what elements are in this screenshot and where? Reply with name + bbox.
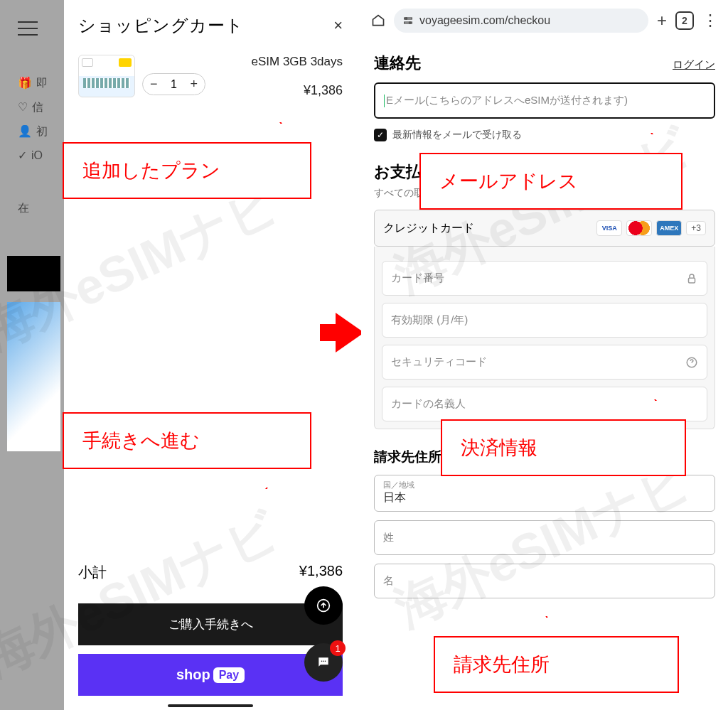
cart-screen: 🎁 即 ♡ 信 👤 初 ✓ iO 在 ショッピングカート × − 1 + xyxy=(0,0,357,710)
expiry-field[interactable]: 有効期限 (月/年) xyxy=(382,303,707,338)
checkout-button[interactable]: ご購入手続きへ xyxy=(78,603,343,645)
mastercard-icon xyxy=(626,220,652,236)
background-banner xyxy=(7,256,60,291)
chat-badge: 1 xyxy=(330,640,346,656)
credit-card-label: クレジットカード xyxy=(383,221,474,236)
lock-icon xyxy=(685,272,698,285)
callout-payment: 決済情報 xyxy=(441,419,686,476)
amex-icon: AMEX xyxy=(656,220,682,236)
firstname-field[interactable]: 名 xyxy=(374,564,715,598)
background-overlay: 🎁 即 ♡ 信 👤 初 ✓ iO 在 xyxy=(0,0,64,710)
qty-plus-button[interactable]: + xyxy=(191,77,198,92)
scroll-top-button[interactable] xyxy=(304,586,343,625)
subtotal-label: 小計 xyxy=(78,563,107,582)
callout-proceed: 手続きへ進む xyxy=(63,412,311,469)
country-value: 日本 xyxy=(383,490,706,505)
country-select[interactable]: 国／地域 日本 xyxy=(374,475,715,512)
background-image xyxy=(7,302,60,451)
more-menu-icon[interactable]: ⋮ xyxy=(702,11,718,30)
expiry-placeholder: 有効期限 (月/年) xyxy=(391,313,468,326)
firstname-placeholder: 名 xyxy=(383,574,394,586)
callout-plan: 追加したプラン xyxy=(63,142,311,199)
chat-button[interactable]: 1 xyxy=(304,643,343,682)
payment-method-credit-card[interactable]: クレジットカード VISA AMEX +3 xyxy=(374,210,715,247)
subtotal-value: ¥1,386 xyxy=(299,563,343,582)
shoppay-text: shop xyxy=(176,667,210,683)
arrow-up-icon xyxy=(316,598,331,613)
lastname-placeholder: 姓 xyxy=(383,531,394,543)
cvv-field[interactable]: セキュリティコード xyxy=(382,345,707,380)
quantity-stepper[interactable]: − 1 + xyxy=(142,73,205,95)
cart-title: ショッピングカート xyxy=(78,14,244,37)
help-icon xyxy=(685,356,698,369)
tabs-button[interactable]: 2 xyxy=(675,11,694,30)
svg-point-3 xyxy=(325,661,326,662)
svg-point-7 xyxy=(409,22,411,24)
login-link[interactable]: ログイン xyxy=(673,58,715,72)
item-price: ¥1,386 xyxy=(251,83,343,98)
item-name: eSIM 3GB 3days xyxy=(251,55,343,69)
cart-item: − 1 + eSIM 3GB 3days ¥1,386 xyxy=(64,48,357,105)
consent-label: 最新情報をメールで受け取る xyxy=(392,129,522,141)
hamburger-icon[interactable] xyxy=(18,21,38,36)
svg-point-2 xyxy=(323,661,324,662)
consent-checkbox[interactable]: ✓ xyxy=(374,129,387,141)
callout-email: メールアドレス xyxy=(419,153,682,210)
new-tab-button[interactable]: + xyxy=(657,11,667,31)
card-number-placeholder: カード番号 xyxy=(391,271,444,284)
svg-point-6 xyxy=(405,18,407,20)
site-settings-icon xyxy=(402,15,414,26)
close-icon[interactable]: × xyxy=(333,16,343,35)
qty-minus-button[interactable]: − xyxy=(150,77,158,92)
url-text: voyageesim.com/checkou xyxy=(419,14,550,27)
shop-pay-button[interactable]: shop Pay xyxy=(78,654,343,696)
email-field[interactable]: Eメール(こちらのアドレスへeSIMが送付されます) xyxy=(374,82,715,119)
qty-value: 1 xyxy=(169,78,179,91)
svg-point-1 xyxy=(321,661,323,662)
lastname-field[interactable]: 姓 xyxy=(374,520,715,555)
url-bar[interactable]: voyageesim.com/checkou xyxy=(394,9,648,33)
visa-icon: VISA xyxy=(596,220,622,236)
background-list: 🎁 即 ♡ 信 👤 初 ✓ iO 在 xyxy=(18,71,48,220)
arrow-right-icon xyxy=(336,313,364,353)
contact-title: 連絡先 xyxy=(374,53,421,74)
callout-billing: 請求先住所 xyxy=(434,636,679,693)
home-icon[interactable] xyxy=(371,14,385,28)
email-placeholder: Eメール(こちらのアドレスへeSIMが送付されます) xyxy=(386,94,628,106)
name-on-card-field[interactable]: カードの名義人 xyxy=(382,387,707,421)
country-label: 国／地域 xyxy=(383,480,706,490)
more-cards-badge: +3 xyxy=(686,221,706,235)
name-on-card-placeholder: カードの名義人 xyxy=(391,397,466,409)
card-number-field[interactable]: カード番号 xyxy=(382,261,707,296)
shoppay-pill: Pay xyxy=(213,667,245,683)
checkout-button-label: ご購入手続きへ xyxy=(168,618,253,631)
cart-drawer: ショッピングカート × − 1 + eSIM 3GB 3days ¥1,386 … xyxy=(64,0,357,710)
checkout-screen: voyageesim.com/checkou + 2 ⋮ 連絡先 ログイン Eメ… xyxy=(361,0,728,710)
browser-bar: voyageesim.com/checkou + 2 ⋮ xyxy=(361,0,728,38)
product-thumbnail[interactable] xyxy=(78,55,135,97)
svg-rect-8 xyxy=(689,278,695,283)
chat-icon xyxy=(316,655,331,669)
home-indicator xyxy=(168,704,253,707)
cvv-placeholder: セキュリティコード xyxy=(391,355,487,367)
